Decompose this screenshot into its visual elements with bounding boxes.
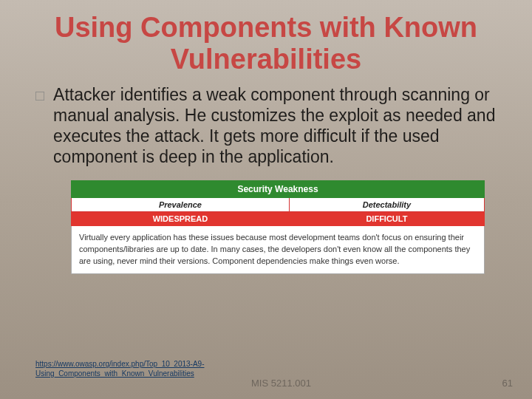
slide-title: Using Components with Known Vulnerabilit… — [0, 0, 532, 81]
table-subheader-row: Prevalence Detectability — [72, 198, 485, 212]
subheader-detectability: Detectability — [289, 198, 484, 212]
metric-detectability: DIFFICULT — [289, 212, 484, 226]
table-header: Security Weakness — [72, 181, 485, 198]
table: Security Weakness Prevalence Detectabili… — [71, 180, 485, 274]
body-content: □ Attacker identifies a weak component t… — [0, 81, 532, 167]
table-header-row: Security Weakness — [72, 181, 485, 198]
page-number: 61 — [502, 378, 513, 389]
course-code: MIS 5211.001 — [251, 378, 311, 389]
source-link[interactable]: https://www.owasp.org/index.php/Top_10_2… — [35, 360, 242, 378]
table-description-row: Virtually every application has these is… — [72, 226, 485, 274]
body-paragraph: Attacker identifies a weak component thr… — [53, 84, 497, 167]
table-description: Virtually every application has these is… — [72, 226, 485, 274]
metric-prevalence: WIDESPREAD — [72, 212, 290, 226]
bullet-icon: □ — [35, 87, 44, 167]
subheader-prevalence: Prevalence — [72, 198, 290, 212]
table-metric-row: WIDESPREAD DIFFICULT — [72, 212, 485, 226]
security-weakness-table: Security Weakness Prevalence Detectabili… — [71, 180, 485, 274]
